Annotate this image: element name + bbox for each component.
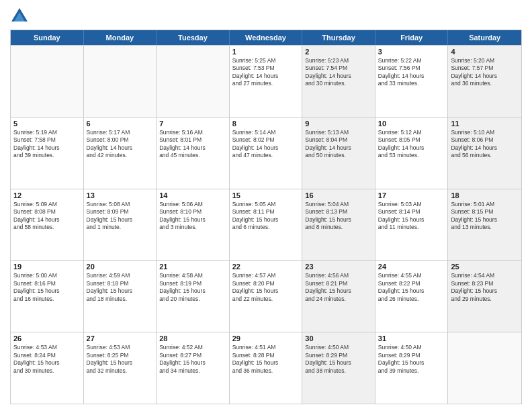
cell-text: and 58 minutes. (13, 224, 81, 231)
day-cell-5: 5Sunrise: 5:19 AMSunset: 7:58 PMDaylight… (11, 118, 84, 189)
day-cell-22: 22Sunrise: 4:57 AMSunset: 8:20 PMDayligh… (230, 261, 303, 332)
cell-text: and 30 minutes. (13, 367, 81, 375)
cell-text: Sunset: 8:25 PM (87, 352, 154, 359)
cell-text: Sunrise: 4:51 AM (232, 344, 300, 351)
cell-text: Daylight: 15 hours (378, 359, 445, 367)
cell-text: and 36 minutes. (451, 80, 519, 87)
day-cell-25: 25Sunrise: 4:54 AMSunset: 8:23 PMDayligh… (448, 261, 521, 332)
day-number: 14 (159, 191, 226, 199)
cell-text: Sunrise: 5:00 AM (13, 272, 81, 279)
day-number: 1 (232, 48, 300, 56)
day-cell-24: 24Sunrise: 4:55 AMSunset: 8:22 PMDayligh… (375, 261, 449, 332)
day-header-wednesday: Wednesday (230, 30, 303, 45)
cell-text: and 39 minutes. (13, 152, 81, 159)
cell-text: Sunrise: 5:04 AM (305, 201, 372, 208)
cell-text: Daylight: 15 hours (305, 359, 372, 367)
cell-text: Daylight: 15 hours (13, 287, 81, 295)
cell-text: Daylight: 15 hours (232, 287, 300, 295)
cell-text: Sunset: 7:56 PM (378, 64, 445, 72)
cell-text: Sunrise: 4:57 AM (232, 272, 300, 279)
cell-text: and 13 minutes. (451, 224, 519, 231)
day-cell-12: 12Sunrise: 5:09 AMSunset: 8:08 PMDayligh… (11, 189, 84, 261)
day-cell-14: 14Sunrise: 5:06 AMSunset: 8:10 PMDayligh… (157, 189, 230, 261)
cell-text: and 50 minutes. (305, 152, 372, 159)
cell-text: and 16 minutes. (13, 295, 81, 303)
cell-text: Sunset: 8:11 PM (232, 208, 300, 216)
cell-text: and 27 minutes. (232, 80, 300, 87)
day-number: 26 (13, 334, 81, 342)
cell-text: Sunset: 8:05 PM (378, 136, 445, 144)
day-cell-13: 13Sunrise: 5:08 AMSunset: 8:09 PMDayligh… (84, 189, 157, 261)
day-cell-2: 2Sunrise: 5:23 AMSunset: 7:54 PMDaylight… (302, 46, 375, 117)
day-number: 9 (305, 120, 372, 128)
cell-text: Sunrise: 5:05 AM (232, 201, 300, 208)
day-number: 16 (305, 191, 372, 199)
cell-text: Daylight: 14 hours (232, 73, 300, 80)
cell-text: Sunset: 8:24 PM (13, 352, 81, 359)
cell-text: Sunrise: 5:09 AM (13, 201, 81, 208)
cell-text: Sunset: 8:00 PM (87, 136, 154, 144)
cell-text: and 34 minutes. (159, 367, 226, 375)
cell-text: and 32 minutes. (87, 367, 154, 375)
cell-text: Sunrise: 4:50 AM (378, 344, 445, 351)
cell-text: Sunrise: 4:59 AM (87, 272, 154, 279)
cell-text: Daylight: 14 hours (159, 144, 226, 152)
day-header-thursday: Thursday (302, 30, 375, 45)
day-number: 3 (378, 48, 445, 56)
cell-text: and 45 minutes. (159, 152, 226, 159)
cell-text: Sunrise: 4:54 AM (451, 272, 519, 279)
day-number: 2 (305, 48, 372, 56)
day-cell-16: 16Sunrise: 5:04 AMSunset: 8:13 PMDayligh… (302, 189, 375, 261)
calendar-row-1: 5Sunrise: 5:19 AMSunset: 7:58 PMDaylight… (11, 117, 521, 189)
cell-text: Sunrise: 4:58 AM (159, 272, 226, 279)
day-header-saturday: Saturday (448, 30, 521, 45)
calendar-row-4: 26Sunrise: 4:53 AMSunset: 8:24 PMDayligh… (11, 332, 521, 404)
cell-text: and 29 minutes. (451, 295, 519, 303)
cell-text: Sunrise: 5:20 AM (451, 57, 519, 64)
cell-text: and 22 minutes. (232, 295, 300, 303)
cell-text: Sunrise: 5:08 AM (87, 201, 154, 208)
day-number: 13 (87, 191, 154, 199)
cell-text: Daylight: 14 hours (87, 144, 154, 152)
cell-text: Daylight: 15 hours (159, 216, 226, 224)
day-number: 7 (159, 120, 226, 128)
cell-text: and 39 minutes. (378, 367, 445, 375)
cell-text: Daylight: 14 hours (13, 216, 81, 224)
cell-text: Sunset: 7:53 PM (232, 64, 300, 72)
cell-text: Sunrise: 5:14 AM (232, 129, 300, 136)
day-number: 15 (232, 191, 300, 199)
cell-text: Sunset: 8:15 PM (451, 208, 519, 216)
day-cell-17: 17Sunrise: 5:03 AMSunset: 8:14 PMDayligh… (375, 189, 449, 261)
cell-text: Daylight: 14 hours (378, 144, 445, 152)
cell-text: Sunset: 8:29 PM (378, 352, 445, 359)
day-number: 29 (232, 334, 300, 342)
cell-text: Sunrise: 5:22 AM (378, 57, 445, 64)
day-cell-27: 27Sunrise: 4:53 AMSunset: 8:25 PMDayligh… (84, 332, 157, 404)
calendar-row-2: 12Sunrise: 5:09 AMSunset: 8:08 PMDayligh… (11, 189, 521, 261)
cell-text: Sunset: 7:54 PM (305, 64, 372, 72)
calendar-header-row: SundayMondayTuesdayWednesdayThursdayFrid… (11, 30, 521, 45)
cell-text: Daylight: 15 hours (159, 287, 226, 295)
cell-text: Daylight: 15 hours (378, 216, 445, 224)
empty-cell-4-6 (448, 332, 521, 404)
cell-text: Sunset: 8:29 PM (305, 352, 372, 359)
day-number: 19 (13, 263, 81, 271)
calendar-body: 1Sunrise: 5:25 AMSunset: 7:53 PMDaylight… (11, 45, 521, 404)
cell-text: Sunset: 8:10 PM (159, 208, 226, 216)
day-number: 17 (378, 191, 445, 199)
cell-text: Daylight: 14 hours (451, 73, 519, 80)
day-cell-21: 21Sunrise: 4:58 AMSunset: 8:19 PMDayligh… (157, 261, 230, 332)
day-cell-23: 23Sunrise: 4:56 AMSunset: 8:21 PMDayligh… (302, 261, 375, 332)
cell-text: Sunrise: 5:01 AM (451, 201, 519, 208)
day-header-monday: Monday (84, 30, 157, 45)
cell-text: Sunset: 8:01 PM (159, 136, 226, 144)
day-number: 24 (378, 263, 445, 271)
cell-text: Sunset: 8:02 PM (232, 136, 300, 144)
cell-text: Sunrise: 5:06 AM (159, 201, 226, 208)
day-cell-8: 8Sunrise: 5:14 AMSunset: 8:02 PMDaylight… (230, 118, 303, 189)
cell-text: Sunrise: 4:55 AM (378, 272, 445, 279)
cell-text: and 47 minutes. (232, 152, 300, 159)
cell-text: Sunrise: 4:53 AM (87, 344, 154, 351)
empty-cell-0-0 (11, 46, 84, 117)
cell-text: and 20 minutes. (159, 295, 226, 303)
